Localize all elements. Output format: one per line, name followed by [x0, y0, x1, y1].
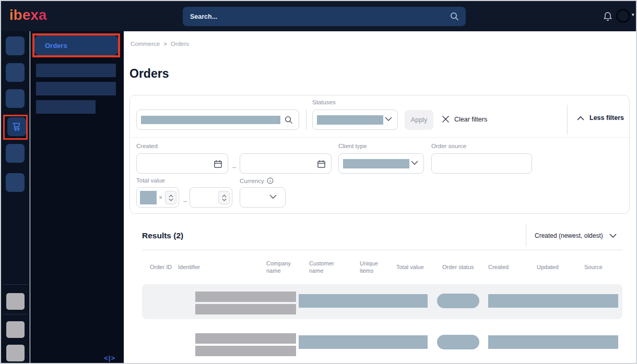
main-content: Commerce>Orders Orders Statuses — [124, 31, 637, 364]
clear-x-icon — [442, 115, 450, 123]
order-source-label: Order source — [431, 143, 466, 149]
breadcrumb: Commerce>Orders — [131, 41, 189, 47]
col-header-created: Created — [488, 257, 520, 277]
global-search — [183, 7, 466, 26]
col-header-order-id: Order ID — [150, 257, 173, 277]
total-value-min-input[interactable]: × — [136, 187, 179, 208]
identifier-placeholder — [195, 292, 296, 302]
cart-icon — [11, 121, 22, 132]
chevron-down-icon — [609, 234, 617, 238]
col-header-total-value: Total value — [396, 257, 433, 277]
filter-search-input[interactable] — [136, 110, 299, 130]
filters-panel: Statuses Apply Clear filters — [129, 95, 630, 214]
col-header-unique-items: Unique items — [360, 257, 384, 277]
clear-value-icon[interactable]: × — [159, 194, 162, 201]
value-placeholder — [488, 294, 618, 308]
clear-filters-label: Clear filters — [454, 116, 487, 123]
highlight-box-orders-item: Orders — [32, 33, 120, 57]
total-value-label: Total value — [136, 177, 165, 184]
statuses-select[interactable] — [312, 110, 398, 130]
client-type-select[interactable] — [338, 153, 424, 174]
sidebar-item-placeholder-1[interactable] — [36, 64, 116, 77]
col-header-customer-name: Customer name — [309, 257, 341, 277]
identifier-placeholder — [195, 333, 296, 344]
main-nav-rail — [1, 31, 30, 364]
value-placeholder — [141, 116, 280, 124]
order-status-badge — [437, 335, 479, 349]
sidebar-item-placeholder-2[interactable] — [36, 82, 116, 95]
rail-bottom-icon-3[interactable] — [6, 345, 25, 361]
client-type-label: Client type — [338, 143, 367, 149]
sidebar-collapse-icon[interactable]: <|> — [104, 354, 115, 362]
filter-row-divider — [130, 137, 630, 138]
rail-bottom-icon-1[interactable] — [6, 293, 25, 310]
col-header-updated: Updated — [537, 257, 568, 277]
sidebar-item-orders-label: Orders — [45, 42, 67, 50]
currency-select[interactable] — [240, 187, 286, 208]
col-header-order-status: Order status — [442, 257, 482, 277]
rail-divider — [3, 314, 28, 314]
ibexa-logo[interactable]: ibexa — [9, 7, 47, 23]
apply-button[interactable]: Apply — [405, 110, 433, 130]
nav-icon-placeholder-5[interactable] — [6, 144, 25, 163]
table-row[interactable] — [142, 284, 622, 319]
number-stepper[interactable] — [218, 191, 230, 204]
chevron-down-icon — [411, 161, 418, 165]
created-label: Created — [136, 143, 158, 149]
nav-icon-placeholder-6[interactable] — [6, 173, 25, 192]
sidebar-item-orders[interactable]: Orders — [34, 35, 118, 55]
less-filters-button[interactable]: Less filters — [577, 114, 624, 122]
rail-bottom-icon-2[interactable] — [6, 321, 25, 338]
value-placeholder — [343, 159, 409, 168]
page-title: Orders — [129, 67, 169, 81]
filter-divider — [567, 105, 568, 135]
sidebar-item-placeholder-3[interactable] — [36, 100, 96, 114]
clear-filters-button[interactable]: Clear filters — [442, 115, 487, 123]
order-source-input[interactable] — [431, 153, 532, 174]
created-from-input[interactable] — [136, 153, 228, 174]
nav-icon-placeholder-1[interactable] — [6, 37, 25, 55]
identifier-placeholder — [195, 304, 296, 314]
currency-label-text: Currency — [240, 178, 264, 184]
range-dash: – — [183, 197, 187, 205]
statuses-label: Statuses — [312, 99, 336, 105]
breadcrumb-commerce[interactable]: Commerce — [131, 41, 160, 47]
col-header-company-name: Company name — [266, 257, 297, 277]
nav-icon-placeholder-3[interactable] — [6, 89, 25, 108]
commerce-submenu-panel: Orders <|> — [30, 31, 124, 364]
info-icon[interactable] — [267, 177, 274, 184]
calendar-icon[interactable] — [214, 160, 222, 168]
user-avatar[interactable] — [616, 9, 630, 23]
rail-divider — [3, 284, 28, 285]
table-row[interactable] — [142, 325, 622, 360]
col-header-source: Source — [584, 257, 610, 277]
identifier-placeholder — [195, 346, 296, 356]
results-title: Results (2) — [142, 231, 183, 240]
total-value-max-input[interactable] — [190, 187, 232, 208]
order-status-badge — [437, 294, 479, 308]
less-filters-label: Less filters — [589, 114, 624, 122]
top-bar: ibexa ▾ — [1, 1, 636, 31]
global-search-input[interactable] — [183, 7, 466, 26]
created-to-input[interactable] — [240, 153, 332, 174]
commerce-nav-item[interactable] — [7, 117, 26, 136]
number-stepper[interactable] — [165, 191, 176, 204]
sort-dropdown[interactable]: Created (newest, oldest) — [535, 232, 617, 239]
nav-icon-placeholder-2[interactable] — [6, 63, 25, 82]
app-root: ibexa ▾ — [0, 0, 637, 364]
range-dash: – — [232, 163, 236, 171]
value-placeholder — [488, 335, 618, 349]
search-icon[interactable] — [450, 11, 459, 21]
currency-label: Currency — [240, 177, 274, 184]
calendar-icon[interactable] — [317, 160, 326, 168]
highlight-box-commerce — [3, 115, 28, 140]
col-header-identifier: Identifier — [178, 257, 256, 277]
value-placeholder — [140, 191, 157, 204]
chevron-up-icon — [577, 116, 584, 120]
chevron-down-icon — [269, 195, 277, 199]
sort-divider — [526, 224, 526, 246]
user-menu-caret-icon[interactable]: ▾ — [632, 12, 634, 17]
notifications-bell-icon[interactable] — [603, 11, 613, 22]
filter-divider — [306, 110, 306, 130]
breadcrumb-orders: Orders — [171, 41, 189, 47]
